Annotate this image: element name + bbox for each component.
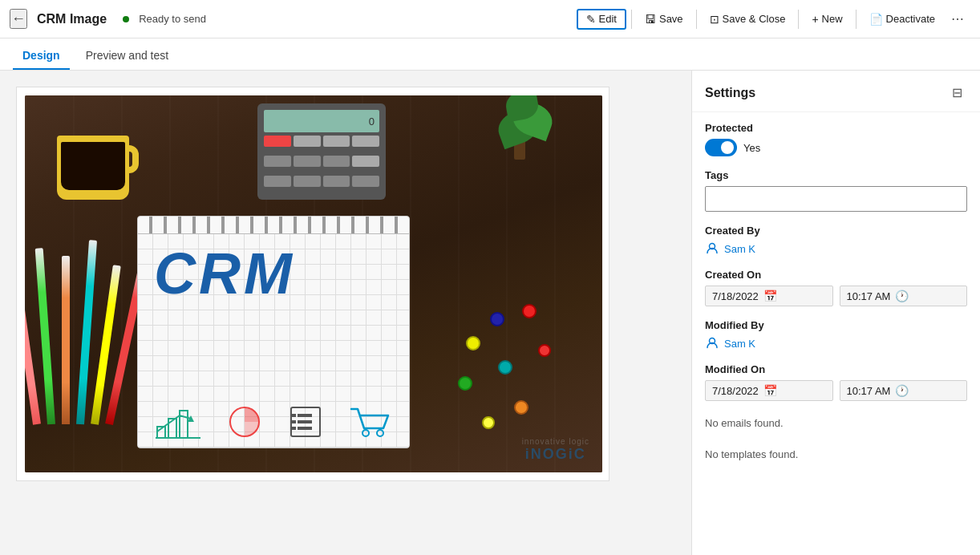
pin-6 xyxy=(514,400,528,415)
created-on-label: Created On xyxy=(705,269,967,281)
created-on-time-field[interactable]: 10:17 AM 🕐 xyxy=(840,286,968,306)
modified-on-time-value: 10:17 AM xyxy=(847,385,891,397)
created-on-date-field[interactable]: 7/18/2022 📅 xyxy=(705,286,833,306)
status-text: Ready to send xyxy=(139,13,206,25)
settings-collapse-button[interactable]: ⊟ xyxy=(947,83,967,102)
save-close-label: Save & Close xyxy=(723,13,786,25)
svg-rect-7 xyxy=(298,414,312,417)
status-dot-icon xyxy=(123,16,129,22)
calc-btn-8 xyxy=(264,176,291,187)
created-by-name: Sam K xyxy=(724,243,755,255)
save-icon: 🖫 xyxy=(645,13,656,26)
calc-btn-3 xyxy=(352,136,379,147)
header-actions: ✎ Edit 🖫 Save ⊡ Save & Close + New 📄 Dea… xyxy=(577,7,970,30)
protected-section: Protected Yes xyxy=(705,122,967,156)
svg-rect-9 xyxy=(298,427,312,430)
calc-btn-11 xyxy=(352,176,379,187)
more-icon: ⋯ xyxy=(951,12,964,26)
header-divider-3 xyxy=(798,10,799,29)
coffee-cup xyxy=(49,120,145,208)
tab-preview[interactable]: Preview and test xyxy=(76,43,179,70)
pin-1 xyxy=(490,312,504,326)
deactivate-label: Deactivate xyxy=(886,13,935,25)
crm-image: 0 xyxy=(25,95,602,472)
created-on-time-value: 10:17 AM xyxy=(847,290,891,302)
cup-coffee xyxy=(61,142,125,190)
modified-by-label: Modified By xyxy=(705,319,967,331)
modified-clock-icon: 🕐 xyxy=(895,384,909,397)
created-by-user-link[interactable]: Sam K xyxy=(705,241,967,256)
new-label: New xyxy=(822,13,843,25)
calc-btn-9 xyxy=(294,176,321,187)
header-divider-4 xyxy=(856,10,856,29)
tags-section: Tags xyxy=(705,169,967,212)
save-button[interactable]: 🖫 Save xyxy=(637,9,691,30)
calc-btn-on xyxy=(264,136,291,147)
edit-label: Edit xyxy=(599,13,617,25)
tags-label: Tags xyxy=(705,169,967,181)
pin-group xyxy=(442,296,586,456)
modified-calendar-icon: 📅 xyxy=(763,384,777,397)
modified-on-datetime: 7/18/2022 📅 10:17 AM 🕐 xyxy=(705,380,967,401)
new-button[interactable]: + New xyxy=(804,9,850,30)
pin-4 xyxy=(498,360,512,375)
back-button[interactable]: ← xyxy=(10,9,27,29)
modified-on-section: Modified On 7/18/2022 📅 10:17 AM 🕐 xyxy=(705,363,967,401)
settings-title: Settings xyxy=(705,86,755,100)
image-container: 0 xyxy=(16,87,609,481)
modified-by-user-icon xyxy=(705,336,719,350)
created-by-user-icon xyxy=(705,241,719,256)
calc-btn-5 xyxy=(294,156,321,167)
clock-icon: 🕐 xyxy=(895,290,909,302)
created-on-datetime: 7/18/2022 📅 10:17 AM 🕐 xyxy=(705,286,967,306)
edit-button[interactable]: ✎ Edit xyxy=(577,9,626,30)
modified-on-date-value: 7/18/2022 xyxy=(712,385,759,397)
crm-text: CRM xyxy=(154,241,295,306)
edit-icon: ✎ xyxy=(586,13,596,26)
calc-btn-7 xyxy=(352,156,379,167)
pencil-green xyxy=(35,248,55,424)
calculator: 0 xyxy=(257,103,386,200)
svg-rect-12 xyxy=(291,427,296,430)
pin-7 xyxy=(538,344,551,357)
pin-5 xyxy=(458,376,472,391)
checklist-icon xyxy=(286,404,325,440)
modified-on-date-field[interactable]: 7/18/2022 📅 xyxy=(705,380,833,401)
pin-2 xyxy=(466,336,480,350)
modified-by-user-link[interactable]: Sam K xyxy=(705,336,967,350)
svg-rect-2 xyxy=(180,411,188,438)
svg-point-13 xyxy=(362,430,369,436)
notebook: CRM xyxy=(137,216,410,448)
back-icon: ← xyxy=(11,10,26,27)
main-layout: 0 xyxy=(0,71,980,555)
tags-input[interactable] xyxy=(705,186,967,212)
calc-btn-10 xyxy=(323,176,350,187)
svg-point-14 xyxy=(377,430,383,436)
plant xyxy=(490,95,562,160)
save-label: Save xyxy=(659,13,683,25)
pin-3 xyxy=(522,304,537,318)
modified-on-time-field[interactable]: 10:17 AM 🕐 xyxy=(840,380,968,401)
pencils-group xyxy=(25,216,153,424)
calc-btn-6 xyxy=(323,156,350,167)
created-by-label: Created By xyxy=(705,225,967,237)
settings-header: Settings ⊟ xyxy=(692,71,980,112)
no-templates-text: No templates found. xyxy=(705,445,967,464)
modified-on-label: Modified On xyxy=(705,363,967,375)
protected-toggle[interactable] xyxy=(705,139,737,156)
push-pins-area xyxy=(442,296,586,456)
created-by-section: Created By Sam K xyxy=(705,225,967,256)
page-title: CRM Image xyxy=(37,12,107,26)
notebook-icons-row xyxy=(146,404,401,440)
deactivate-button[interactable]: 📄 Deactivate xyxy=(861,9,943,30)
tab-design[interactable]: Design xyxy=(13,43,70,70)
toggle-row: Yes xyxy=(705,139,967,156)
settings-body: Protected Yes Tags Created By xyxy=(692,112,980,473)
protected-value: Yes xyxy=(743,142,760,154)
save-close-button[interactable]: ⊡ Save & Close xyxy=(702,9,794,30)
more-options-button[interactable]: ⋯ xyxy=(945,7,970,30)
calc-btn-2 xyxy=(323,136,350,147)
pin-8 xyxy=(482,416,495,429)
new-plus-icon: + xyxy=(812,13,818,26)
calc-screen: 0 xyxy=(264,110,379,132)
